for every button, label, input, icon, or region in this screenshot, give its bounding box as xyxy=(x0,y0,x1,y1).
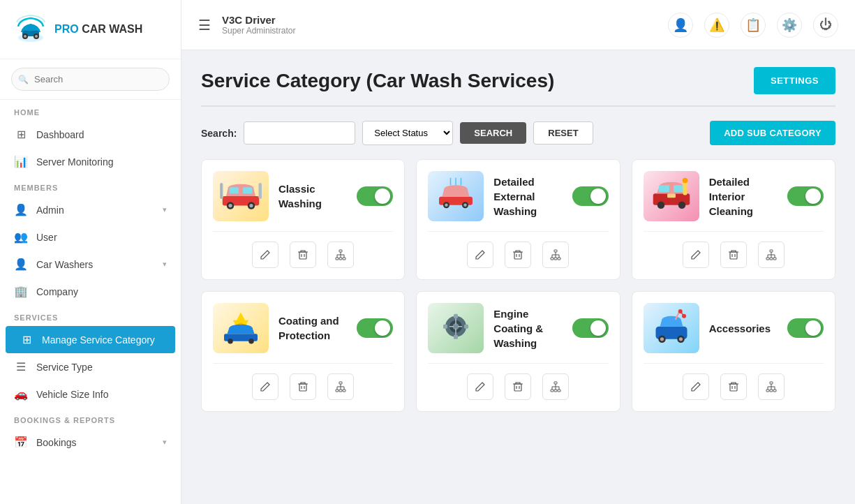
sidebar-item-bookings[interactable]: 📅 Bookings ▾ xyxy=(0,429,181,456)
search-button[interactable]: SEARCH xyxy=(460,122,526,144)
delete-button-classic-washing[interactable] xyxy=(290,242,316,268)
svg-rect-120 xyxy=(770,390,773,392)
svg-rect-76 xyxy=(339,390,342,392)
nav-section-label-services: SERVICES xyxy=(0,305,181,326)
delete-icon-detailed-external-washing xyxy=(512,249,523,260)
svg-rect-7 xyxy=(230,187,239,193)
svg-rect-77 xyxy=(343,390,345,392)
card-top-engine-coating-washing: Engine Coating & Washing xyxy=(428,303,608,353)
svg-point-69 xyxy=(228,339,233,344)
hierarchy-icon-classic-washing xyxy=(335,249,346,260)
subcategory-button-engine-coating-washing[interactable] xyxy=(542,373,569,400)
nav-icon-vehicle-size-info: 🚗 xyxy=(14,387,28,401)
search-input[interactable] xyxy=(11,68,170,91)
chevron-icon-admin: ▾ xyxy=(163,205,167,214)
edit-button-coating-and-protection[interactable] xyxy=(252,373,278,400)
card-divider-classic-washing xyxy=(213,231,393,232)
card-image-detailed-external-washing xyxy=(428,171,484,221)
topbar-user-role: Super Administrator xyxy=(222,26,657,36)
alert-icon[interactable]: ⚠️ xyxy=(704,13,729,38)
user-icon[interactable]: 👤 xyxy=(668,13,693,38)
card-name-classic-washing: Classic Washing xyxy=(278,181,347,211)
sidebar-item-car-washers[interactable]: 👤 Car Washers ▾ xyxy=(0,251,181,278)
nav-icon-bookings: 📅 xyxy=(14,436,28,449)
nav-icon-service-type: ☰ xyxy=(14,360,28,373)
edit-button-detailed-interior-cleaning[interactable] xyxy=(683,242,709,268)
card-divider-detailed-external-washing xyxy=(428,231,608,232)
svg-rect-56 xyxy=(730,252,737,259)
svg-point-12 xyxy=(249,204,253,207)
svg-point-32 xyxy=(464,204,468,207)
service-card-detailed-interior-cleaning: Detailed Interior Cleaning xyxy=(632,159,835,280)
sidebar-logo: PRO CAR WASH xyxy=(0,0,181,59)
card-toggle-engine-coating-washing[interactable] xyxy=(572,318,609,338)
card-toggle-coating-and-protection[interactable] xyxy=(357,318,393,338)
main-area: ☰ V3C Driver Super Administrator 👤 ⚠️ 📋 … xyxy=(181,0,855,504)
toggle-slider-detailed-external-washing xyxy=(572,186,609,206)
svg-rect-59 xyxy=(770,250,773,252)
chevron-icon-car-washers: ▾ xyxy=(163,260,167,269)
svg-rect-39 xyxy=(554,250,557,252)
clipboard-icon[interactable]: 📋 xyxy=(741,13,766,38)
service-card-coating-and-protection: Coating and Protection xyxy=(201,291,405,412)
svg-rect-74 xyxy=(339,382,342,384)
edit-button-classic-washing[interactable] xyxy=(252,242,278,268)
logo-icon xyxy=(14,13,47,46)
sidebar-item-admin[interactable]: 👤 Admin ▾ xyxy=(0,196,181,223)
svg-rect-21 xyxy=(339,258,342,260)
delete-button-detailed-external-washing[interactable] xyxy=(505,242,531,268)
power-icon[interactable]: ⏻ xyxy=(813,13,838,38)
card-toggle-detailed-external-washing[interactable] xyxy=(572,186,609,206)
svg-rect-19 xyxy=(339,250,342,252)
card-toggle-accessories[interactable] xyxy=(787,318,824,338)
subcategory-button-detailed-interior-cleaning[interactable] xyxy=(758,242,785,268)
card-image-coating-and-protection xyxy=(213,303,269,353)
edit-button-accessories[interactable] xyxy=(683,373,709,400)
add-sub-category-button[interactable]: ADD SUB CATEGORY xyxy=(710,121,835,145)
delete-icon-coating-and-protection xyxy=(297,381,308,392)
delete-button-detailed-interior-cleaning[interactable] xyxy=(720,242,747,268)
sidebar-item-dashboard[interactable]: ⊞ Dashboard xyxy=(0,121,181,148)
sidebar-item-server-monitoring[interactable]: 📊 Server Monitoring xyxy=(0,148,181,175)
svg-rect-41 xyxy=(554,258,557,260)
card-toggle-detailed-interior-cleaning[interactable] xyxy=(787,186,824,206)
card-divider-detailed-interior-cleaning xyxy=(644,231,824,232)
svg-point-110 xyxy=(679,337,683,341)
sidebar: PRO CAR WASH HOME ⊞ Dashboard 📊 Server M… xyxy=(0,0,181,504)
nav-icon-server-monitoring: 📊 xyxy=(14,155,28,168)
toggle-slider-accessories xyxy=(787,318,824,338)
sidebar-item-manage-service-category[interactable]: ⊞ Manage Service Category xyxy=(6,326,175,353)
settings-button[interactable]: SETTINGS xyxy=(754,67,835,94)
subcategory-button-accessories[interactable] xyxy=(758,373,785,400)
nav-label-admin: Admin xyxy=(36,205,154,216)
svg-point-31 xyxy=(445,204,449,207)
settings-gear-icon[interactable]: ⚙️ xyxy=(777,13,802,38)
hierarchy-icon-detailed-interior-cleaning xyxy=(766,249,777,260)
subcategory-button-coating-and-protection[interactable] xyxy=(327,373,354,400)
sidebar-item-service-type[interactable]: ☰ Service Type xyxy=(0,353,181,380)
topbar-user-info: V3C Driver Super Administrator xyxy=(222,14,657,36)
status-select[interactable]: Select Status Active Inactive xyxy=(362,121,453,145)
svg-rect-94 xyxy=(514,384,521,391)
hamburger-button[interactable]: ☰ xyxy=(198,17,211,34)
edit-button-detailed-external-washing[interactable] xyxy=(467,242,493,268)
sidebar-item-vehicle-size-info[interactable]: 🚗 Vehicle Size Info xyxy=(0,380,181,408)
toggle-slider-detailed-interior-cleaning xyxy=(787,186,824,206)
svg-rect-16 xyxy=(299,252,306,259)
sidebar-item-company[interactable]: 🏢 Company xyxy=(0,278,181,305)
sidebar-item-user[interactable]: 👥 User xyxy=(0,223,181,251)
reset-button[interactable]: RESET xyxy=(533,121,593,144)
svg-rect-36 xyxy=(514,252,521,259)
subcategory-button-detailed-external-washing[interactable] xyxy=(542,242,569,268)
svg-rect-40 xyxy=(551,258,553,260)
delete-button-accessories[interactable] xyxy=(720,373,747,400)
card-toggle-classic-washing[interactable] xyxy=(357,186,393,206)
card-actions-classic-washing xyxy=(213,242,393,268)
delete-button-engine-coating-washing[interactable] xyxy=(505,373,531,400)
edit-button-engine-coating-washing[interactable] xyxy=(467,373,493,400)
search-filter-input[interactable] xyxy=(244,121,355,144)
card-image-detailed-interior-cleaning xyxy=(644,171,699,221)
delete-button-coating-and-protection[interactable] xyxy=(290,373,316,400)
page-title: Service Category (Car Wash Services) xyxy=(201,70,554,92)
subcategory-button-classic-washing[interactable] xyxy=(327,242,354,268)
